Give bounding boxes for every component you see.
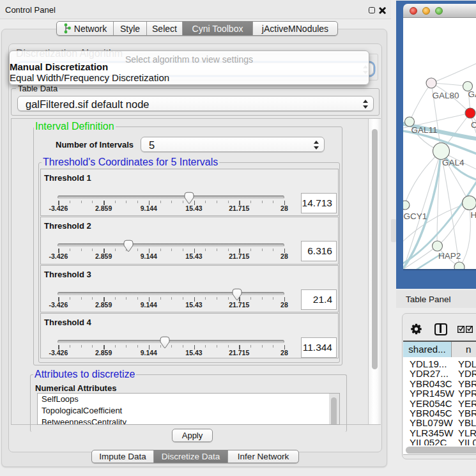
svg-text:GAL4: GAL4 bbox=[442, 158, 464, 167]
svg-text:GA: GA bbox=[468, 89, 476, 99]
svg-text:H: H bbox=[471, 210, 476, 220]
svg-text:GCY1: GCY1 bbox=[404, 211, 427, 221]
svg-text:CY: CY bbox=[471, 120, 476, 130]
svg-text:GAL11: GAL11 bbox=[411, 125, 438, 135]
svg-text:GAL80: GAL80 bbox=[433, 91, 459, 100]
svg-text:HAP2: HAP2 bbox=[438, 251, 461, 261]
